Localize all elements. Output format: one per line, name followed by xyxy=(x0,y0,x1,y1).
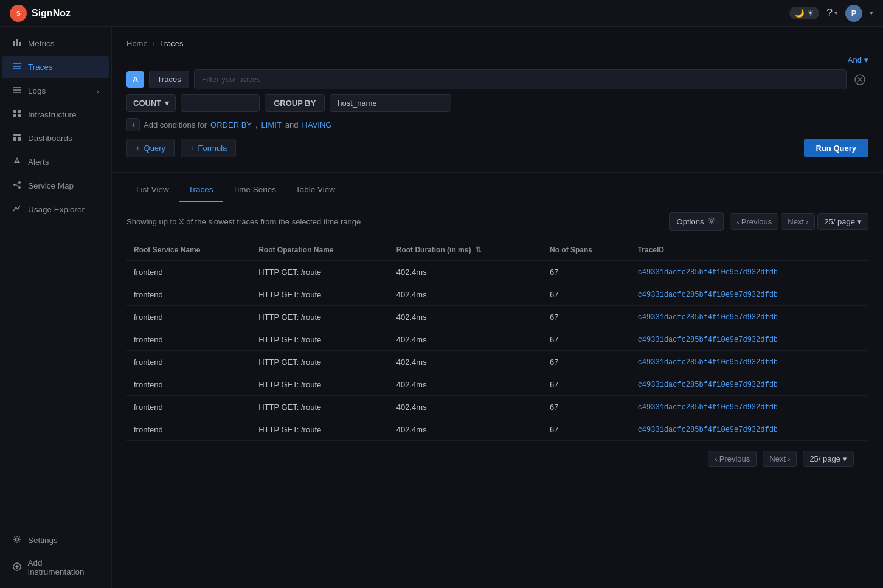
group-by-value-input[interactable] xyxy=(330,94,451,112)
table-row[interactable]: frontend HTTP GET: /route 402.4ms 67 c49… xyxy=(126,373,868,396)
breadcrumb-home[interactable]: Home xyxy=(126,39,148,48)
cell-traceid-2[interactable]: c49331dacfc285bf4f10e9e7d932dfdb xyxy=(631,306,868,328)
count-dropdown[interactable]: COUNT ▾ xyxy=(126,94,176,112)
table-row[interactable]: frontend HTTP GET: /route 402.4ms 67 c49… xyxy=(126,328,868,351)
svg-point-20 xyxy=(13,184,16,186)
dashboards-icon xyxy=(12,133,22,144)
cell-operation-2: HTTP GET: /route xyxy=(251,306,389,328)
cell-traceid-0[interactable]: c49331dacfc285bf4f10e9e7d932dfdb xyxy=(631,261,868,283)
comma-1: , xyxy=(255,120,258,130)
cell-traceid-6[interactable]: c49331dacfc285bf4f10e9e7d932dfdb xyxy=(631,396,868,418)
cell-operation-5: HTTP GET: /route xyxy=(251,373,389,396)
sort-icon[interactable]: ⇅ xyxy=(476,246,482,254)
help-dropdown-icon: ▾ xyxy=(834,9,838,17)
table-row[interactable]: frontend HTTP GET: /route 402.4ms 67 c49… xyxy=(126,261,868,283)
sidebar-item-settings[interactable]: Settings xyxy=(2,529,109,552)
service-map-icon xyxy=(12,181,22,191)
cell-traceid-4[interactable]: c49331dacfc285bf4f10e9e7d932dfdb xyxy=(631,351,868,373)
cell-duration-4: 402.4ms xyxy=(389,351,542,373)
svg-rect-3 xyxy=(16,39,18,46)
svg-point-21 xyxy=(18,181,21,184)
traces-table: Root Service Name Root Operation Name Ro… xyxy=(126,240,868,441)
add-condition-button[interactable]: + xyxy=(126,118,140,131)
svg-text:S: S xyxy=(16,10,21,17)
table-row[interactable]: frontend HTTP GET: /route 402.4ms 67 c49… xyxy=(126,396,868,418)
tab-time-series[interactable]: Time Series xyxy=(223,178,286,202)
cell-spans-2: 67 xyxy=(542,306,631,328)
showing-text: Showing up to X of the slowest traces fr… xyxy=(126,217,361,226)
sidebar-item-infrastructure[interactable]: Infrastructure xyxy=(2,103,109,126)
previous-button-top[interactable]: ‹ Previous xyxy=(730,213,778,230)
cell-traceid-3[interactable]: c49331dacfc285bf4f10e9e7d932dfdb xyxy=(631,328,868,351)
and-button[interactable]: And ▾ xyxy=(848,55,868,64)
table-row[interactable]: frontend HTTP GET: /route 402.4ms 67 c49… xyxy=(126,283,868,306)
tab-traces[interactable]: Traces xyxy=(179,178,223,202)
query-top-row: And ▾ xyxy=(126,55,868,64)
col-root-operation-name: Root Operation Name xyxy=(251,240,389,261)
svg-point-32 xyxy=(710,220,713,222)
help-button[interactable]: ? ▾ xyxy=(826,7,838,19)
add-query-button[interactable]: + Query xyxy=(126,139,175,157)
sidebar-item-alerts[interactable]: Alerts xyxy=(2,151,109,173)
next-button-bottom[interactable]: Next › xyxy=(763,451,797,467)
cell-traceid-7[interactable]: c49331dacfc285bf4f10e9e7d932dfdb xyxy=(631,418,868,441)
page-size-dropdown-icon: ▾ xyxy=(857,217,862,226)
clear-filter-button[interactable] xyxy=(851,71,868,88)
sidebar-label-service-map: Service Map xyxy=(28,181,74,190)
run-query-button[interactable]: Run Query xyxy=(804,139,868,157)
cell-service-4: frontend xyxy=(126,351,251,373)
table-row[interactable]: frontend HTTP GET: /route 402.4ms 67 c49… xyxy=(126,351,868,373)
sidebar-label-settings: Settings xyxy=(28,536,58,545)
filter-input[interactable] xyxy=(194,69,847,89)
sidebar-item-logs[interactable]: Logs › xyxy=(2,80,109,102)
cell-traceid-5[interactable]: c49331dacfc285bf4f10e9e7d932dfdb xyxy=(631,373,868,396)
sidebar-item-traces[interactable]: Traces xyxy=(2,56,109,78)
table-row[interactable]: frontend HTTP GET: /route 402.4ms 67 c49… xyxy=(126,306,868,328)
options-label: Options xyxy=(677,217,704,226)
sidebar-label-dashboards: Dashboards xyxy=(28,134,72,143)
having-link[interactable]: HAVING xyxy=(302,120,332,130)
cell-traceid-1[interactable]: c49331dacfc285bf4f10e9e7d932dfdb xyxy=(631,283,868,306)
next-button-top[interactable]: Next › xyxy=(781,213,815,230)
cell-service-0: frontend xyxy=(126,261,251,283)
count-dropdown-icon: ▾ xyxy=(165,99,169,108)
sidebar-item-usage-explorer[interactable]: Usage Explorer xyxy=(2,198,109,221)
tab-table-view[interactable]: Table View xyxy=(286,178,345,202)
settings-icon xyxy=(12,535,22,545)
cell-duration-2: 402.4ms xyxy=(389,306,542,328)
theme-toggle[interactable]: 🌙 ☀ xyxy=(789,7,819,19)
group-by-button[interactable]: GROUP BY xyxy=(265,94,325,112)
query-second-row: COUNT ▾ GROUP BY xyxy=(126,94,868,112)
table-row[interactable]: frontend HTTP GET: /route 402.4ms 67 c49… xyxy=(126,418,868,441)
page-size-button-bottom[interactable]: 25/ page ▾ xyxy=(803,451,854,467)
help-icon: ? xyxy=(826,7,833,19)
cell-service-2: frontend xyxy=(126,306,251,328)
sidebar-label-metrics: Metrics xyxy=(28,39,55,48)
sidebar-item-dashboards[interactable]: Dashboards xyxy=(2,127,109,150)
page-size-button-top[interactable]: 25/ page ▾ xyxy=(817,213,868,230)
limit-link[interactable]: LIMIT xyxy=(261,120,282,130)
sidebar-item-metrics[interactable]: Metrics xyxy=(2,32,109,55)
count-value-input[interactable] xyxy=(181,94,260,112)
tabs-row: List View Traces Time Series Table View xyxy=(112,178,883,202)
cell-duration-1: 402.4ms xyxy=(389,283,542,306)
add-formula-button[interactable]: + Formula xyxy=(181,139,236,157)
tab-list-view[interactable]: List View xyxy=(126,178,179,202)
svg-rect-16 xyxy=(13,137,16,141)
previous-button-bottom[interactable]: ‹ Previous xyxy=(708,451,757,467)
logs-icon xyxy=(12,86,22,96)
user-avatar-button[interactable]: P xyxy=(845,5,862,22)
previous-chevron-icon: ‹ xyxy=(736,217,739,226)
options-button[interactable]: Options xyxy=(669,212,724,231)
sidebar-item-service-map[interactable]: Service Map xyxy=(2,175,109,197)
query-label-button[interactable]: A xyxy=(126,71,144,88)
logo: S SignNoz xyxy=(10,5,71,22)
logo-icon: S xyxy=(10,5,27,22)
order-by-link[interactable]: ORDER BY xyxy=(210,120,252,130)
logs-arrow-icon: › xyxy=(97,88,99,95)
sidebar-item-add-instrumentation[interactable]: Add Instrumentation xyxy=(2,552,109,583)
breadcrumb-current: Traces xyxy=(159,39,183,48)
cell-spans-5: 67 xyxy=(542,373,631,396)
add-query-label: Query xyxy=(144,144,165,153)
sidebar-label-alerts: Alerts xyxy=(28,157,49,167)
